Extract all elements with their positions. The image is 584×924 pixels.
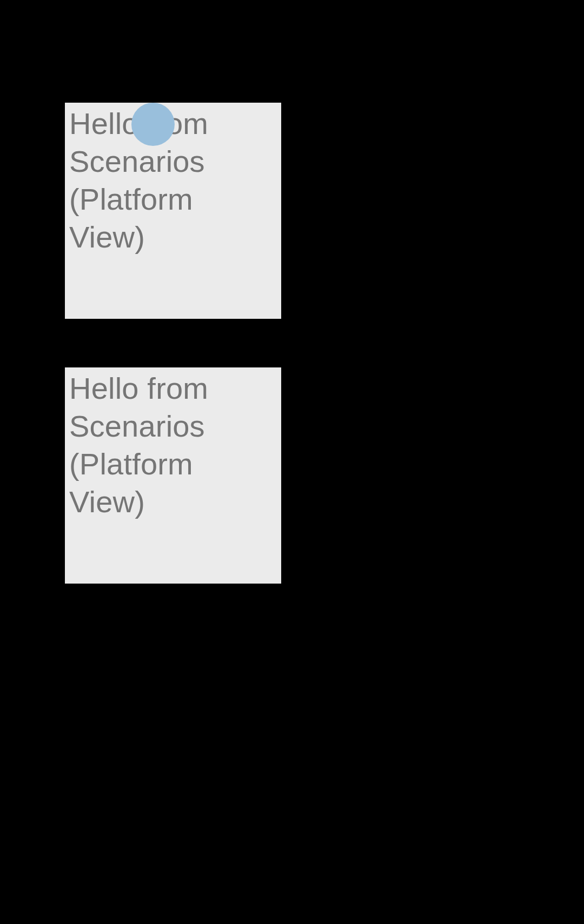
touch-indicator-icon [131, 103, 175, 146]
panel-2-label: Hello from Scenarios (Platform View) [65, 367, 281, 523]
platform-view-panel-2[interactable]: Hello from Scenarios (Platform View) [65, 367, 281, 584]
platform-view-panel-1[interactable]: Hello from Scenarios (Platform View) [65, 103, 281, 319]
